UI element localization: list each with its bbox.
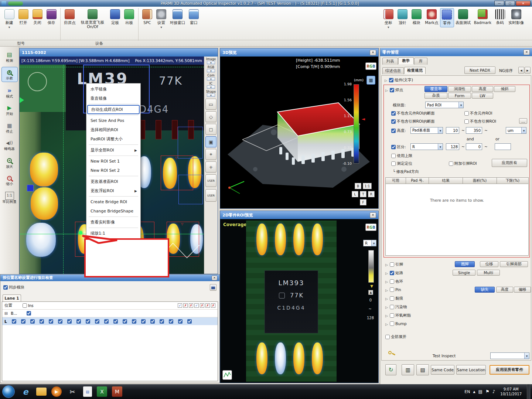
grid-lane-row[interactable]: L [2,317,218,325]
view-1to1-button[interactable]: 1:1 [363,183,372,189]
language-indicator[interactable]: EN [464,389,470,394]
checkbox[interactable] [30,319,35,324]
media-player-icon[interactable]: ▶ [51,386,62,397]
checkbox[interactable] [391,119,396,124]
tab-library[interactable]: 库 [414,58,427,65]
height-enable-checkbox[interactable]: 高度: [391,128,406,133]
menu-item-new-roi-set1[interactable]: New ROI Set 1 [87,157,140,166]
view-left-button[interactable]: L [352,191,358,197]
menu-item-show-all-roi[interactable]: 显示全部ROI▶ [87,146,140,155]
start-button[interactable] [2,385,15,398]
tab-teach[interactable]: 教学 [398,57,414,64]
ng-sort-next-button[interactable]: ▸ [525,67,531,74]
subtab-inspection-spec[interactable]: 检查规范 [404,67,426,74]
menu-item-change-bridge-shape[interactable]: Change BridgeShape [87,207,140,216]
toolbar-button-eject-board[interactable]: 出板 [122,8,136,27]
checkbox[interactable] [464,111,469,116]
tree-item-colorring[interactable]: 色环 [390,279,403,284]
region-enable-checkbox[interactable]: 区分: [391,144,406,150]
tree-item-bump[interactable]: Bump [390,321,407,326]
tree-item-lead[interactable]: 引脚 [390,262,403,267]
checkbox[interactable] [391,154,396,158]
menu-item-mirror-v[interactable]: 垂直镜像 [87,94,140,103]
region-min-input[interactable]: 128 [446,143,459,150]
height-max-input[interactable]: 350 [466,127,482,134]
checkbox[interactable] [141,319,146,324]
sidebar-button-inspect[interactable]: ▤检测 [1,50,18,64]
view-right-button[interactable]: R [368,191,375,197]
column-header[interactable]: Pad 号. [406,177,429,184]
checkbox[interactable] [390,279,394,284]
tree-item-contamination[interactable]: 污染物 [390,304,407,310]
region-channel-select[interactable]: R▼ [410,143,443,150]
checkbox[interactable] [76,319,81,324]
tab-lane1[interactable]: Lane 1 [3,294,21,301]
checkbox[interactable] [49,319,53,324]
toolbar-button-dock-window[interactable]: 对接窗口 [168,8,187,27]
tool-measure-button[interactable]: + [205,161,216,173]
strip-combo-image[interactable]: Image▼ [206,57,216,64]
word-icon[interactable]: M [112,386,122,397]
metric-impurity-button[interactable]: 杂质 [424,93,447,99]
apply-all-button[interactable]: 应用所有 [492,159,527,167]
menu-item-mirror-h[interactable]: 水平镜像 [87,85,140,94]
roi-box[interactable] [178,127,203,158]
tool-shape-button[interactable]: ◇ [205,111,216,122]
toolbar-button-home-origin[interactable]: 归原点 [62,8,77,27]
next-pad-button[interactable]: Next PADX [464,66,495,74]
checkbox[interactable] [390,305,394,309]
rgb-toggle-button[interactable]: RGB [365,62,376,70]
toolbar-button-spc[interactable]: SPC [140,8,154,26]
checkbox[interactable] [21,319,25,324]
solder-checkbox[interactable] [390,88,394,92]
metric-wetting-button[interactable]: 润湿性 [448,86,471,92]
paste-spec-button[interactable]: ▤ [416,364,429,375]
menu-item-auto-generate-pad-roi[interactable]: 自动生成焊点ROI [87,105,140,114]
3d-viewport[interactable]: [Height] -638.511mm [Comp T/H] 0.909mm R… [220,57,378,208]
checkbox[interactable] [27,311,31,316]
checkbox[interactable] [385,335,390,339]
sidebar-button-mode[interactable]: »模式 [1,85,18,99]
volume-tray-icon[interactable]: ♪ [492,389,495,394]
expander-icon[interactable]: ▷ [385,79,387,82]
checkbox[interactable] [390,296,394,301]
metric-coverage-button[interactable]: 覆盖率 [424,86,447,92]
pad-roi[interactable]: ▽ [161,156,193,190]
exclude-comp-section-checkbox[interactable]: 不包含元件ROI的断面 [391,111,435,116]
component-checkbox[interactable] [389,78,393,82]
copy-spec-button[interactable]: ▥ [402,364,414,375]
toolbar-button-part[interactable]: 零件 [440,8,454,27]
expander-icon[interactable]: ▷ [385,314,388,318]
toolbar-button-window[interactable]: 窗口 [187,8,201,27]
browse-button[interactable]: ... [519,118,527,124]
toolbar-button-open[interactable]: 打开 [16,8,30,27]
height-ref-select[interactable]: Pad基准面▼ [410,127,443,134]
tray-expand-icon[interactable]: ▲ [473,390,475,393]
snipping-tool-icon[interactable]: ✂ [66,386,78,398]
expander-icon[interactable]: ▷ [385,272,388,275]
view-front-button[interactable]: F [360,199,366,205]
same-location-button[interactable]: Same Location [456,365,486,375]
menu-item-create-bridge-roi[interactable]: Create Bridge ROI [87,197,140,207]
tree-item-epoxy[interactable]: 环氧树脂 [390,313,411,318]
document-icon[interactable]: ▤ [83,386,92,397]
close-icon[interactable]: ✕ [524,50,530,55]
refresh-button[interactable]: ↻ [385,364,396,375]
lead-shoulder-button[interactable]: 引脚肩部 [500,261,528,267]
tab-list[interactable]: 列表 [382,58,398,65]
column-header[interactable]: 可用 [385,177,406,184]
checkbox[interactable] [390,262,394,267]
sidebar-button-teach[interactable]: A示教 [1,67,18,82]
region-max-input[interactable]: 0 [466,143,482,150]
expander-icon[interactable]: ▷ [385,289,388,292]
tree-item-solder[interactable]: 焊点 [390,88,403,93]
ng-sort-prev-button[interactable]: ◂ [518,67,524,74]
threshold-strip[interactable] [368,250,374,283]
checkbox[interactable] [58,319,62,324]
checkbox[interactable] [390,287,394,292]
expander-icon[interactable]: ▷ [385,263,388,267]
region-extra-input[interactable] [495,143,511,150]
sidebar-button-start[interactable]: ▶开始 [1,103,18,117]
toolbar-button-badmark[interactable]: Badmark [473,8,493,26]
toolbar-button-mark[interactable]: Mark点 [423,8,440,27]
